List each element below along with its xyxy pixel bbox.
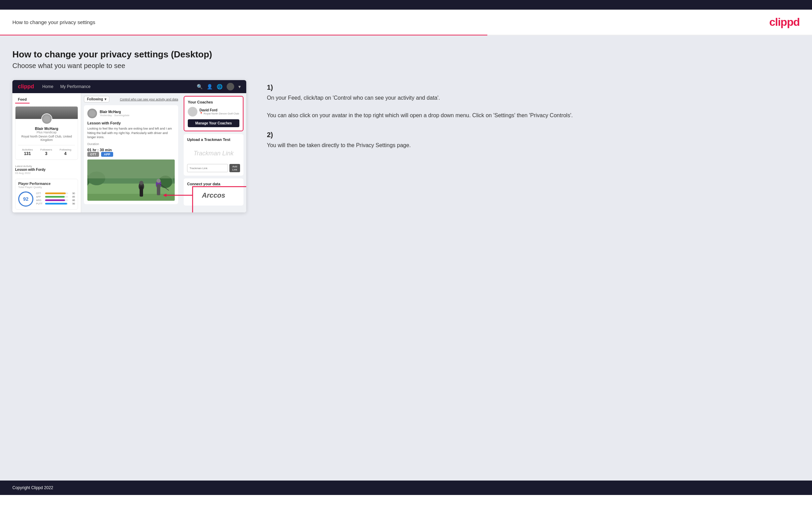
stat-activities: Activities 131 xyxy=(22,148,33,156)
post-author: Blair McHarg xyxy=(100,110,129,114)
app-nav: clippd Home My Performance 🔍 👤 🌐 ▾ xyxy=(12,80,246,93)
page-heading: How to change your privacy settings (Des… xyxy=(12,49,800,60)
trackman-add-button[interactable]: Add Link xyxy=(229,164,240,172)
putt-bar-bg xyxy=(45,203,68,205)
post-author-info: Blair McHarg Yesterday · Sunningdale xyxy=(100,110,129,117)
profile-banner xyxy=(15,107,78,119)
manage-coaches-button[interactable]: Manage Your Coaches xyxy=(188,119,239,127)
feed-header: Following ▾ Control who can see your act… xyxy=(84,96,178,102)
player-performance: Player Performance Total Player Quality … xyxy=(15,179,78,210)
app-nav-links: Home My Performance xyxy=(42,84,90,89)
post-duration-value: 01 hr : 30 min xyxy=(87,148,175,152)
coach-row: David Ford 📍 Royal North Devon Golf Club xyxy=(188,107,239,117)
stat-followers: Followers 3 xyxy=(40,148,52,156)
post-image xyxy=(87,159,175,201)
trackman-placeholder: Trackman Link xyxy=(187,144,240,163)
post-avatar-img xyxy=(87,109,97,118)
trackman-card: Upload a Trackman Test Trackman Link Add… xyxy=(184,134,243,176)
coaches-card: Your Coaches David Ford 📍 Royal North De… xyxy=(184,96,243,131)
svg-rect-2 xyxy=(87,194,175,201)
followers-label: Followers xyxy=(40,148,52,151)
profile-tag: Plus Handicap xyxy=(18,131,75,134)
ott-bar-bg xyxy=(45,192,68,194)
app-bar-bg xyxy=(45,196,68,198)
profile-name: Blair McHarg xyxy=(18,126,75,131)
putt-bar-fill xyxy=(45,203,67,205)
latest-activity-label: Latest Activity xyxy=(15,165,78,168)
avatar-button[interactable] xyxy=(227,83,234,90)
app-value: 85 xyxy=(69,196,75,198)
app-label: APP xyxy=(36,196,44,198)
app-nav-right: 🔍 👤 🌐 ▾ xyxy=(197,83,241,90)
main-content: How to change your privacy settings (Des… xyxy=(0,35,812,481)
app-logo: clippd xyxy=(18,84,34,90)
feed-tab[interactable]: Feed xyxy=(15,96,30,103)
profile-club: Royal North Devon Golf Club, United King… xyxy=(18,135,75,142)
instruction-2-text: You will then be taken directly to the P… xyxy=(267,141,800,150)
ott-label: OTT xyxy=(36,192,44,195)
footer: Copyright Clippd 2022 xyxy=(0,481,812,495)
profile-avatar xyxy=(41,113,52,124)
latest-activity-title: Lesson with Fordy xyxy=(15,168,78,172)
perf-bar-app: APP 85 xyxy=(36,196,75,198)
following-label: Following xyxy=(59,148,71,151)
activities-value: 131 xyxy=(22,151,33,156)
post-avatar xyxy=(87,109,97,118)
instruction-2: 2) You will then be taken directly to th… xyxy=(267,131,800,150)
app-sidebar: Feed Blair McHarg Plus Handicap Royal No… xyxy=(12,93,81,212)
following-button[interactable]: Following ▾ xyxy=(84,96,109,102)
app-body: Feed Blair McHarg Plus Handicap Royal No… xyxy=(12,93,246,212)
nav-performance[interactable]: My Performance xyxy=(60,84,90,89)
svg-point-10 xyxy=(139,181,143,185)
instruction-1: 1) On your Feed, click/tap on 'Control w… xyxy=(267,84,800,120)
top-bar xyxy=(0,0,812,10)
perf-body: 92 OTT 90 APP 85 xyxy=(18,191,75,207)
profile-stats: Activities 131 Followers 3 Following 4 xyxy=(18,145,75,156)
header: How to change your privacy settings clip… xyxy=(0,10,812,35)
svg-rect-9 xyxy=(140,186,143,197)
coach-club-name: Royal North Devon Golf Club xyxy=(204,112,239,115)
arg-bar-fill xyxy=(45,199,65,201)
perf-bar-ott: OTT 90 xyxy=(36,192,75,195)
nav-home[interactable]: Home xyxy=(42,84,53,89)
latest-activity-date: 03 Aug 2022 xyxy=(15,172,78,175)
ott-value: 90 xyxy=(69,192,75,195)
instruction-2-number: 2) xyxy=(267,131,800,139)
app-screenshot: clippd Home My Performance 🔍 👤 🌐 ▾ Feed xyxy=(12,80,246,212)
perf-bar-putt: PUTT 96 xyxy=(36,202,75,205)
arccos-label: Arccos xyxy=(187,189,240,202)
coach-info: David Ford 📍 Royal North Devon Golf Club xyxy=(199,108,239,115)
instruction-1-number: 1) xyxy=(267,84,800,91)
post-badges: OTT APP xyxy=(87,152,175,157)
player-perf-title: Player Performance xyxy=(18,182,75,186)
trackman-input-row: Add Link xyxy=(187,164,240,172)
globe-icon[interactable]: 🌐 xyxy=(217,84,223,89)
connect-card: Connect your data Arccos xyxy=(184,178,243,206)
trackman-title: Upload a Trackman Test xyxy=(187,137,240,142)
location-icon: 📍 xyxy=(199,112,203,115)
person-icon[interactable]: 👤 xyxy=(207,84,213,89)
putt-label: PUTT xyxy=(36,202,44,205)
control-privacy-link[interactable]: Control who can see your activity and da… xyxy=(120,98,178,101)
following-label: Following xyxy=(87,97,103,101)
arg-bar-bg xyxy=(45,199,68,201)
badge-app: APP xyxy=(101,152,113,157)
coach-name: David Ford xyxy=(199,108,239,112)
following-chevron: ▾ xyxy=(105,97,106,101)
svg-rect-12 xyxy=(157,184,160,195)
post-card: Blair McHarg Yesterday · Sunningdale Les… xyxy=(84,105,178,204)
perf-bars: OTT 90 APP 85 ARG xyxy=(36,192,75,206)
app-feed: Following ▾ Control who can see your act… xyxy=(81,93,181,212)
trackman-input[interactable] xyxy=(187,164,228,172)
connect-title: Connect your data xyxy=(187,182,240,186)
profile-card: Blair McHarg Plus Handicap Royal North D… xyxy=(15,106,78,160)
followers-value: 3 xyxy=(40,151,52,156)
chevron-down-icon: ▾ xyxy=(238,84,241,89)
coach-avatar xyxy=(188,107,197,117)
search-icon[interactable]: 🔍 xyxy=(197,84,203,89)
post-duration-label: Duration xyxy=(87,142,175,146)
activities-label: Activities xyxy=(22,148,33,151)
svg-point-13 xyxy=(156,179,161,183)
instructions: 1) On your Feed, click/tap on 'Control w… xyxy=(260,80,800,161)
perf-bar-arg: ARG 86 xyxy=(36,199,75,201)
